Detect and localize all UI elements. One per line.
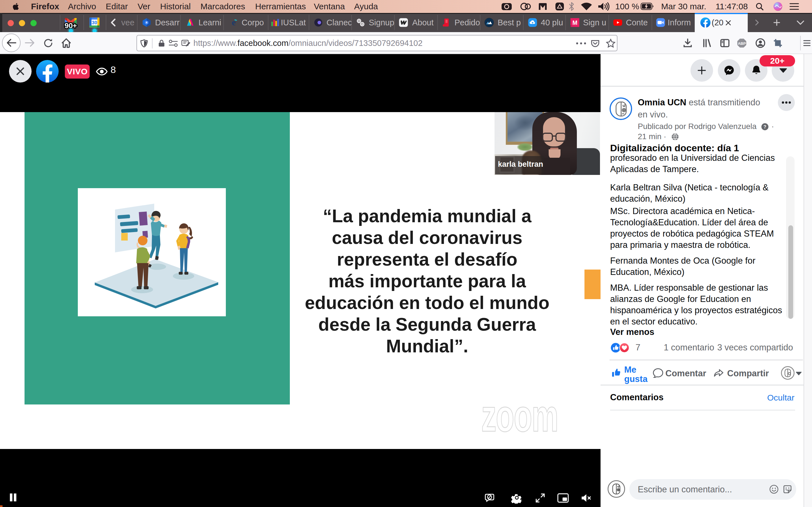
svg-text:ABP: ABP: [738, 41, 746, 46]
svg-text:?: ?: [763, 124, 766, 129]
svg-text:M: M: [572, 19, 577, 26]
svg-text:e: e: [232, 18, 236, 27]
svg-text:30: 30: [92, 20, 97, 25]
